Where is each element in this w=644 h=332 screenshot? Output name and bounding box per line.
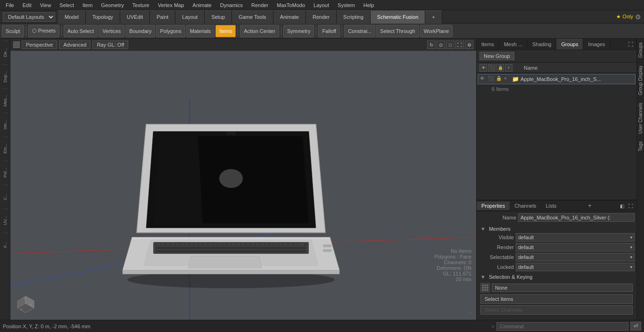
perspective-button[interactable]: Perspective — [22, 40, 57, 49]
select-items-button[interactable]: Select Items — [480, 294, 633, 304]
group-visible-icon[interactable]: 👁 — [480, 76, 487, 82]
tab-uvedit[interactable]: UVEdit — [120, 10, 150, 24]
tab-render[interactable]: Render — [306, 10, 337, 24]
menu-vertex-map[interactable]: Vertex Map — [154, 1, 188, 9]
far-right-tab-group-display[interactable]: Group Display — [637, 62, 644, 99]
props-tab-properties[interactable]: Properties — [477, 202, 510, 210]
left-tool-de[interactable]: De... — [2, 40, 8, 64]
selection-keying-header[interactable]: ▼ Selection & Keying — [479, 273, 635, 281]
select-through-button[interactable]: Select Through — [376, 25, 419, 37]
props-tab-channels[interactable]: Channels — [510, 202, 541, 210]
boundary-button[interactable]: Boundary — [125, 25, 155, 37]
left-tool-c[interactable]: C... — [2, 185, 8, 208]
group-lock-icon[interactable]: 🔒 — [496, 76, 503, 82]
menu-texture[interactable]: Texture — [129, 1, 153, 9]
tab-expand-icon[interactable]: ⛶ — [625, 39, 636, 49]
menu-dynamics[interactable]: Dynamics — [216, 1, 247, 9]
advanced-button[interactable]: Advanced — [59, 40, 91, 49]
menu-file[interactable]: File — [2, 1, 18, 9]
left-tool-mes[interactable]: Mes... — [2, 89, 8, 112]
menu-animate[interactable]: Animate — [189, 1, 215, 9]
far-right-tab-tags[interactable]: Tags — [637, 138, 644, 155]
props-add-tab[interactable]: + — [586, 202, 594, 210]
list-add-icon[interactable]: + — [505, 64, 512, 72]
left-tool-em[interactable]: Em... — [2, 137, 8, 160]
group-render-icon[interactable]: ⬛ — [488, 76, 495, 82]
props-icon-1[interactable]: ◧ — [619, 202, 626, 210]
tab-model[interactable]: Model — [58, 10, 86, 24]
visible-select[interactable]: default — [516, 233, 635, 242]
render-select[interactable]: default — [516, 243, 635, 251]
selectable-select[interactable]: default — [516, 253, 635, 261]
props-tab-lists[interactable]: Lists — [541, 202, 561, 210]
group-row[interactable]: 👁 ⬛ 🔒 + 📁 Apple_MacBook_Pro_16_inch_S... — [478, 74, 636, 84]
constraints-button[interactable]: Constrai... — [344, 25, 375, 37]
scroll-indicator[interactable]: > — [469, 309, 471, 315]
sculpt-button[interactable]: Sculpt — [2, 25, 24, 37]
menu-edit[interactable]: Edit — [19, 1, 35, 9]
name-input[interactable] — [518, 213, 635, 222]
left-tool-f[interactable]: F... — [2, 233, 8, 256]
vp-settings-icon[interactable]: ⚙ — [465, 40, 473, 49]
left-tool-uv[interactable]: UV... — [2, 209, 8, 232]
menu-item[interactable]: Item — [79, 1, 96, 9]
menu-render[interactable]: Render — [248, 1, 272, 9]
tab-add[interactable]: + — [425, 10, 442, 24]
tab-groups[interactable]: Groups — [556, 39, 583, 49]
tab-topology[interactable]: Topology — [86, 10, 120, 24]
falloff-button[interactable]: Falloff — [318, 25, 340, 37]
list-eye-icon[interactable]: 👁 — [479, 64, 487, 72]
far-right-tab-user-channels[interactable]: User Channels — [637, 99, 644, 138]
items-button[interactable]: Items — [215, 25, 236, 37]
vp-maximize-icon[interactable]: ⛶ — [455, 40, 464, 49]
vertices-button[interactable]: Vertices — [99, 25, 124, 37]
command-execute-button[interactable]: ⏎ — [630, 322, 641, 331]
tab-animate[interactable]: Animate — [273, 10, 306, 24]
group-add-child-icon[interactable]: + — [504, 76, 511, 82]
tab-layout[interactable]: Layout — [175, 10, 205, 24]
list-render-icon[interactable]: ⬛ — [488, 64, 495, 72]
tab-images[interactable]: Images — [583, 39, 610, 49]
action-center-button[interactable]: Action Center — [240, 25, 279, 37]
menu-system[interactable]: System — [334, 1, 359, 9]
select-channels-button[interactable]: Select Channels — [480, 305, 633, 315]
tab-items[interactable]: Items — [477, 39, 499, 49]
members-section-header[interactable]: ▼ Members — [479, 225, 635, 233]
menu-geometry[interactable]: Geometry — [97, 1, 127, 9]
auto-select-button[interactable]: Auto Select — [64, 25, 98, 37]
tab-game-tools[interactable]: Game Tools — [232, 10, 273, 24]
work-plane-button[interactable]: WorkPlane — [420, 25, 453, 37]
left-tool-pol[interactable]: Pol... — [2, 161, 8, 184]
presets-button[interactable]: ⬡ Presets — [28, 25, 59, 37]
layout-gear-icon[interactable]: ⚙ — [635, 13, 641, 21]
tab-paint[interactable]: Paint — [150, 10, 175, 24]
viewport-menu-icon[interactable] — [13, 41, 20, 48]
tab-scripting[interactable]: Scripting — [337, 10, 371, 24]
tab-shading[interactable]: Shading — [528, 39, 556, 49]
props-icon-2[interactable]: ⛶ — [627, 202, 635, 210]
layout-select[interactable]: Default Layouts — [3, 12, 55, 22]
symmetry-button[interactable]: Symmetry — [283, 25, 314, 37]
polygons-button[interactable]: Polygons — [156, 25, 185, 37]
left-tool-dup[interactable]: Dup... — [2, 65, 8, 88]
viewport[interactable]: Perspective Advanced Ray GL: Off ↻ ⊙ □ ⛶… — [10, 39, 476, 320]
vp-frame-icon[interactable]: □ — [446, 40, 454, 49]
ray-gl-button[interactable]: Ray GL: Off — [92, 40, 128, 49]
menu-select[interactable]: Select — [56, 1, 78, 9]
materials-button[interactable]: Materials — [186, 25, 215, 37]
tab-setup[interactable]: Setup — [205, 10, 232, 24]
left-tool-ver[interactable]: Ver... — [2, 113, 8, 136]
locked-select[interactable]: default — [516, 263, 635, 271]
vp-rotate-icon[interactable]: ↻ — [427, 40, 436, 49]
command-input[interactable] — [496, 322, 628, 331]
menu-maxtomodo[interactable]: MaxToModo — [273, 1, 309, 9]
list-lock-icon[interactable]: 🔒 — [496, 64, 504, 72]
menu-layout[interactable]: Layout — [310, 1, 333, 9]
tab-schematic-fusion[interactable]: Schematic Fusion — [371, 10, 425, 24]
new-group-button[interactable]: New Group — [479, 52, 514, 60]
menu-view[interactable]: View — [36, 1, 55, 9]
menu-help[interactable]: Help — [360, 1, 378, 9]
vp-reset-icon[interactable]: ⊙ — [437, 40, 445, 49]
tab-mesh[interactable]: Mesh ... — [499, 39, 528, 49]
far-right-tab-groups[interactable]: Groups — [637, 39, 644, 62]
